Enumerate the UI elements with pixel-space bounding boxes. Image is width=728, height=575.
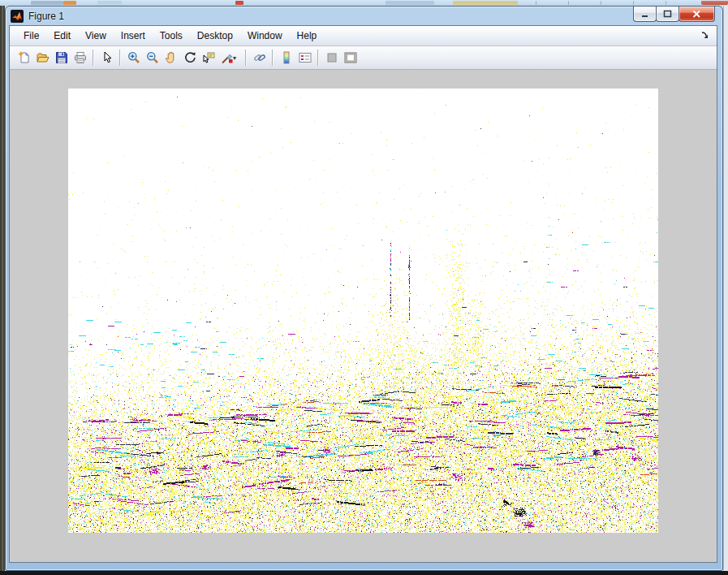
background-mark <box>568 1 569 5</box>
dropdown-arrow-icon[interactable]: ▾ <box>233 54 239 62</box>
background-mark <box>633 1 634 5</box>
data-cursor-icon <box>202 51 215 64</box>
maximize-button[interactable] <box>656 6 679 22</box>
show-plot-tools-icon <box>344 51 357 64</box>
colorbar-icon <box>280 51 293 64</box>
toolbar-separator <box>272 50 274 66</box>
background-sliver-right <box>723 6 728 571</box>
zoom-out-button[interactable] <box>143 49 162 67</box>
hide-plot-tools-icon <box>325 51 338 64</box>
title-bar[interactable]: Figure 1 <box>6 6 722 25</box>
menu-item-tools[interactable]: Tools <box>153 28 190 44</box>
print-figure-button[interactable] <box>71 49 89 67</box>
minimize-icon <box>641 11 649 18</box>
edit-plot-button[interactable] <box>97 49 116 67</box>
menu-item-desktop[interactable]: Desktop <box>190 28 240 44</box>
background-mark <box>386 1 434 5</box>
figure-window: Figure 1 FileEditViewInsertToolsDesktopW… <box>5 6 723 571</box>
matlab-logo-icon <box>11 10 24 23</box>
insert-legend-button[interactable] <box>295 49 314 67</box>
legend-icon <box>299 51 312 64</box>
background-mark <box>97 1 122 5</box>
background-mark <box>31 1 63 5</box>
menu-item-insert[interactable]: Insert <box>114 28 153 44</box>
toolbar-separator <box>245 50 247 66</box>
toolbar-separator <box>93 50 94 66</box>
menu-item-edit[interactable]: Edit <box>46 28 78 44</box>
print-icon <box>74 51 87 64</box>
menu-item-file[interactable]: File <box>16 28 46 44</box>
brush-icon <box>221 51 234 64</box>
pointer-icon <box>101 51 114 64</box>
pan-button[interactable] <box>162 49 180 67</box>
background-mark <box>63 1 76 5</box>
save-icon <box>55 51 68 64</box>
menu-item-help[interactable]: Help <box>290 28 325 44</box>
save-figure-button[interactable] <box>52 49 71 67</box>
new-file-icon <box>18 51 31 64</box>
hand-icon <box>165 51 178 64</box>
menu-items: FileEditViewInsertToolsDesktopWindowHelp <box>16 28 324 44</box>
insert-colorbar-button[interactable] <box>277 49 295 67</box>
figure-image <box>68 89 658 533</box>
background-window-sliver-top <box>0 0 728 6</box>
dock-figure-arrow-icon[interactable] <box>700 31 709 40</box>
zoom-out-icon <box>146 51 159 64</box>
tool-bar: ▾ <box>10 46 717 70</box>
background-mark <box>453 1 518 5</box>
toolbar-separator <box>119 50 121 66</box>
background-sliver-bottom <box>0 571 728 575</box>
window-controls <box>634 6 715 22</box>
background-mark <box>601 1 601 5</box>
new-figure-button[interactable] <box>15 49 33 67</box>
link-icon <box>253 51 266 64</box>
open-file-button[interactable] <box>33 49 52 67</box>
brush-data-button[interactable]: ▾ <box>218 49 242 67</box>
toolbar-separator <box>317 50 319 66</box>
close-button[interactable] <box>678 6 715 22</box>
background-mark <box>536 1 536 5</box>
menu-bar: FileEditViewInsertToolsDesktopWindowHelp <box>10 26 717 46</box>
close-icon <box>692 11 701 18</box>
minimize-button[interactable] <box>633 6 657 22</box>
menu-item-window[interactable]: Window <box>240 28 290 44</box>
zoom-in-button[interactable] <box>124 49 143 67</box>
show-plot-tools-button[interactable] <box>341 49 360 67</box>
background-mark <box>666 1 666 5</box>
figure-client-area: FileEditViewInsertToolsDesktopWindowHelp… <box>9 25 717 563</box>
figure-canvas-area <box>10 70 717 562</box>
maximize-icon <box>663 10 672 18</box>
zoom-in-icon <box>127 51 140 64</box>
data-cursor-button[interactable] <box>199 49 218 67</box>
rotate-3d-icon <box>183 51 196 64</box>
window-title: Figure 1 <box>28 11 64 22</box>
open-folder-icon <box>37 51 50 64</box>
menu-item-view[interactable]: View <box>78 28 114 44</box>
rotate-3d-button[interactable] <box>180 49 199 67</box>
link-plot-button[interactable] <box>250 49 269 67</box>
background-close-button-sliver <box>701 1 728 5</box>
background-mark <box>235 1 243 5</box>
hide-plot-tools-button[interactable] <box>322 49 341 67</box>
